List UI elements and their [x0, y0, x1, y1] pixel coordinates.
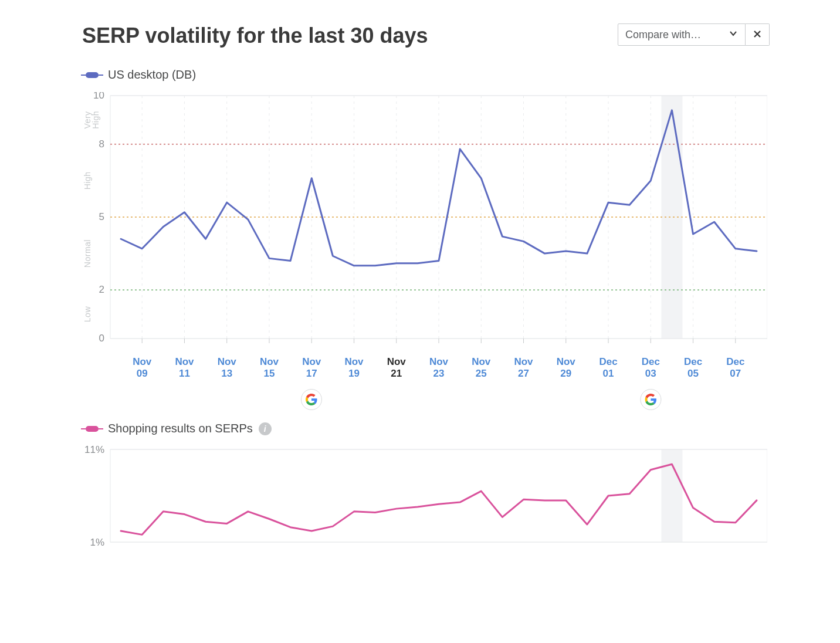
compare-select[interactable]: Compare with… — [618, 23, 746, 46]
legend-sub[interactable]: Shopping results on SERPs i — [86, 422, 770, 435]
x-axis-tick[interactable]: Nov19 — [344, 356, 363, 380]
legend-main-label: US desktop (DB) — [108, 68, 196, 82]
x-axis-tick[interactable]: Nov17 — [302, 356, 321, 380]
x-axis-tick[interactable]: Nov13 — [218, 356, 236, 380]
compare-close-button[interactable] — [746, 23, 770, 46]
legend-sub-label: Shopping results on SERPs — [108, 422, 253, 435]
x-axis-tick[interactable]: Nov25 — [472, 356, 490, 380]
x-axis-tick[interactable]: Dec03 — [642, 356, 660, 380]
svg-text:High: High — [91, 111, 100, 129]
x-axis-tick[interactable]: Dec07 — [726, 356, 744, 380]
page-title: SERP volatility for the last 30 days — [82, 23, 428, 48]
close-icon — [753, 28, 762, 42]
legend-swatch-icon — [86, 426, 99, 432]
svg-text:Normal: Normal — [83, 239, 92, 268]
x-axis-tick[interactable]: Nov21 — [387, 356, 406, 380]
x-axis-tick[interactable]: Nov15 — [260, 356, 279, 380]
x-axis-tick[interactable]: Nov23 — [429, 356, 448, 380]
svg-text:5: 5 — [99, 211, 104, 222]
info-icon[interactable]: i — [259, 422, 272, 435]
compare-select-label: Compare with… — [625, 29, 701, 41]
compare-controls: Compare with… — [618, 23, 770, 46]
svg-text:10: 10 — [93, 92, 104, 101]
legend-swatch-icon — [86, 72, 99, 78]
svg-text:0: 0 — [99, 333, 104, 344]
svg-text:2: 2 — [99, 284, 104, 295]
svg-text:8: 8 — [99, 138, 104, 150]
x-axis-tick[interactable]: Nov11 — [175, 356, 194, 380]
x-axis-tick[interactable]: Nov09 — [133, 356, 151, 380]
legend-main[interactable]: US desktop (DB) — [86, 68, 770, 82]
svg-text:High: High — [83, 172, 92, 190]
google-update-icon[interactable] — [301, 389, 322, 410]
svg-text:1%: 1% — [90, 537, 104, 546]
svg-text:11%: 11% — [84, 446, 104, 455]
x-axis-tick[interactable]: Dec01 — [599, 356, 617, 380]
svg-rect-48 — [661, 449, 682, 542]
svg-text:Low: Low — [83, 306, 92, 323]
x-axis-tick[interactable]: Nov29 — [557, 356, 575, 380]
sub-chart[interactable]: 11%1% — [82, 446, 770, 546]
chevron-down-icon — [729, 29, 738, 41]
google-update-icon[interactable] — [640, 389, 661, 410]
x-axis-tick[interactable]: Dec05 — [684, 356, 702, 380]
x-axis-tick[interactable]: Nov27 — [514, 356, 533, 380]
main-chart[interactable]: 025810LowNormalHighVeryHigh Nov09Nov11No… — [82, 92, 770, 398]
